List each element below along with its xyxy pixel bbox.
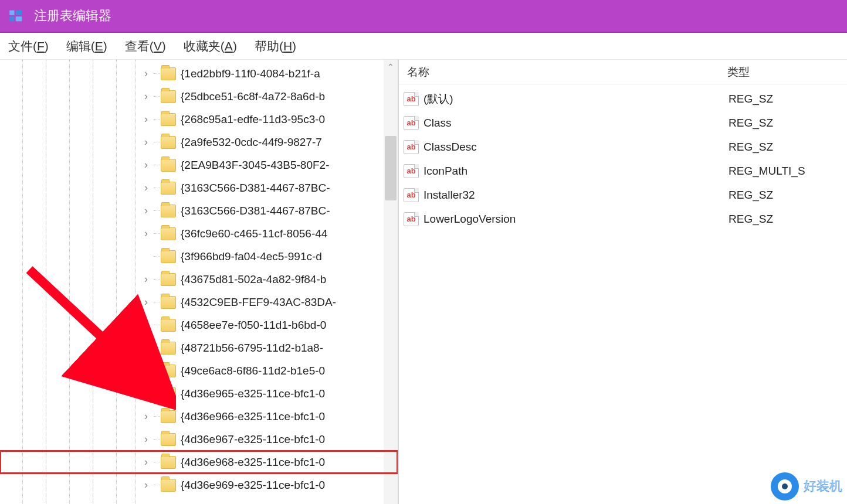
tree-connector	[154, 439, 160, 440]
menu-file[interactable]: 文件(F)	[8, 38, 49, 55]
value-type: REG_SZ	[729, 213, 847, 226]
value-row[interactable]: abInstaller32REG_SZ	[399, 183, 847, 207]
tree-item[interactable]: ›{4d36e965-e325-11ce-bfc1-0	[0, 382, 398, 405]
watermark-text: 好装机	[804, 478, 842, 495]
tree-item[interactable]: ›{48721b56-6795-11d2-b1a8-	[0, 336, 398, 359]
menu-help[interactable]: 帮助(H)	[255, 38, 296, 55]
tree-item[interactable]: ›{2EA9B43F-3045-43B5-80F2-	[0, 154, 398, 176]
folder-icon	[161, 113, 176, 126]
tree-item-label: {49ce6ac8-6f86-11d2-b1e5-0	[181, 365, 325, 377]
tree-item-label: {4d36e965-e325-11ce-bfc1-0	[181, 387, 325, 400]
expand-chevron-icon[interactable]: ›	[141, 456, 151, 468]
expand-chevron-icon[interactable]: ›	[141, 159, 151, 171]
expand-chevron-icon[interactable]: ›	[141, 319, 151, 331]
expand-chevron-icon[interactable]: ›	[141, 67, 151, 80]
string-value-icon: ab	[402, 115, 420, 131]
values-header[interactable]: 名称 类型	[399, 60, 847, 84]
tree-item-label: {4d36e968-e325-11ce-bfc1-0	[181, 456, 325, 469]
folder-icon	[161, 250, 176, 263]
tree-connector	[154, 188, 160, 188]
tree-connector	[154, 485, 160, 485]
value-name: Class	[424, 117, 729, 130]
menu-view[interactable]: 查看(V)	[125, 38, 166, 55]
menu-favorites[interactable]: 收藏夹(A)	[184, 38, 237, 55]
value-name: (默认)	[424, 91, 729, 107]
tree-connector	[154, 462, 160, 462]
tree-item[interactable]: ›{2a9fe532-0cdc-44f9-9827-7	[0, 131, 398, 154]
tree-item[interactable]: ›{4d36e967-e325-11ce-bfc1-0	[0, 428, 398, 451]
tree-item-label: {48721b56-6795-11d2-b1a8-	[181, 342, 323, 355]
value-row[interactable]: abClassREG_SZ	[399, 111, 847, 135]
expand-chevron-icon[interactable]: ›	[141, 113, 151, 125]
tree-connector	[154, 96, 160, 97]
value-row[interactable]: abIconPathREG_MULTI_S	[399, 159, 847, 183]
value-row[interactable]: abLowerLogoVersionREG_SZ	[399, 207, 847, 231]
tree-connector	[154, 370, 160, 371]
tree-item[interactable]: ›{3163C566-D381-4467-87BC-	[0, 176, 398, 199]
string-value-icon: ab	[402, 139, 420, 155]
scroll-thumb[interactable]	[385, 136, 397, 200]
tree-item[interactable]: ›{4532C9EB-FEF9-43AC-83DA-	[0, 291, 398, 314]
expand-chevron-icon[interactable]: ›	[141, 227, 151, 240]
value-name: Installer32	[424, 189, 729, 202]
tree-item[interactable]: ›{43675d81-502a-4a82-9f84-b	[0, 268, 398, 291]
tree-item-label: {4532C9EB-FEF9-43AC-83DA-	[181, 296, 336, 309]
tree-item-label: {268c95a1-edfe-11d3-95c3-0	[181, 113, 325, 126]
string-value-icon: ab	[402, 164, 420, 179]
column-header-type[interactable]: 类型	[727, 64, 847, 80]
svg-rect-2	[9, 16, 14, 21]
tree-connector	[154, 302, 160, 302]
expand-chevron-icon[interactable]: ›	[141, 365, 151, 377]
folder-icon	[161, 365, 176, 377]
tree-connector	[154, 256, 160, 257]
tree-item[interactable]: ›{4658ee7e-f050-11d1-b6bd-0	[0, 314, 398, 336]
folder-icon	[161, 410, 176, 423]
scroll-up-icon[interactable]: ⌃	[384, 60, 398, 74]
tree-connector	[154, 73, 160, 74]
tree-item[interactable]: ›{3163C566-D381-4467-87BC-	[0, 199, 398, 222]
tree-scrollbar[interactable]: ⌃	[384, 60, 398, 504]
expand-chevron-icon[interactable]: ›	[141, 433, 151, 445]
menu-edit[interactable]: 编辑(E)	[66, 38, 107, 55]
tree-item[interactable]: ›{4d36e969-e325-11ce-bfc1-0	[0, 474, 398, 496]
tree-pane[interactable]: ›{1ed2bbf9-11f0-4084-b21f-a›{25dbce51-6c…	[0, 60, 399, 504]
value-row[interactable]: abClassDescREG_SZ	[399, 135, 847, 159]
folder-icon	[161, 342, 176, 355]
expand-chevron-icon[interactable]: ›	[141, 136, 151, 148]
tree-item-label: {3163C566-D381-4467-87BC-	[181, 182, 330, 195]
string-value-icon: ab	[402, 212, 420, 227]
tree-item[interactable]: ›{4d36e968-e325-11ce-bfc1-0	[0, 451, 398, 474]
column-header-name[interactable]: 名称	[399, 64, 727, 80]
tree-item-label: {4d36e967-e325-11ce-bfc1-0	[181, 433, 325, 446]
tree-item-label: {3163C566-D381-4467-87BC-	[181, 205, 330, 217]
expand-chevron-icon[interactable]: ›	[141, 273, 151, 285]
tree-item[interactable]: {3f966bd9-fa04-4ec5-991c-d	[0, 245, 398, 268]
expand-chevron-icon[interactable]: ›	[141, 342, 151, 354]
tree-item[interactable]: ›{25dbce51-6c8f-4a72-8a6d-b	[0, 85, 398, 108]
tree-item-label: {4d36e966-e325-11ce-bfc1-0	[181, 410, 325, 423]
tree-item-label: {25dbce51-6c8f-4a72-8a6d-b	[181, 90, 325, 103]
folder-icon	[161, 136, 176, 149]
expand-chevron-icon[interactable]: ›	[141, 182, 151, 194]
tree-item[interactable]: ›{268c95a1-edfe-11d3-95c3-0	[0, 108, 398, 131]
tree-connector	[154, 233, 160, 234]
menu-bar: 文件(F) 编辑(E) 查看(V) 收藏夹(A) 帮助(H)	[0, 33, 847, 60]
expand-chevron-icon[interactable]: ›	[141, 205, 151, 217]
value-row[interactable]: ab(默认)REG_SZ	[399, 87, 847, 111]
expand-chevron-icon[interactable]: ›	[141, 479, 151, 491]
value-type: REG_SZ	[729, 93, 847, 105]
expand-chevron-icon[interactable]: ›	[141, 410, 151, 423]
folder-icon	[161, 67, 176, 80]
tree-item[interactable]: ›{36fc9e60-c465-11cf-8056-44	[0, 222, 398, 245]
value-type: REG_MULTI_S	[729, 165, 847, 178]
folder-icon	[161, 159, 176, 172]
expand-chevron-icon[interactable]: ›	[141, 90, 151, 103]
tree-item[interactable]: ›{49ce6ac8-6f86-11d2-b1e5-0	[0, 359, 398, 382]
tree-item[interactable]: ›{4d36e966-e325-11ce-bfc1-0	[0, 405, 398, 428]
tree-item-label: {1ed2bbf9-11f0-4084-b21f-a	[181, 67, 320, 80]
tree-item[interactable]: ›{1ed2bbf9-11f0-4084-b21f-a	[0, 62, 398, 85]
expand-chevron-icon[interactable]: ›	[141, 296, 151, 308]
expand-chevron-icon[interactable]: ›	[141, 387, 151, 400]
values-pane[interactable]: 名称 类型 ab(默认)REG_SZabClassREG_SZabClassDe…	[399, 60, 847, 504]
folder-icon	[161, 182, 176, 195]
